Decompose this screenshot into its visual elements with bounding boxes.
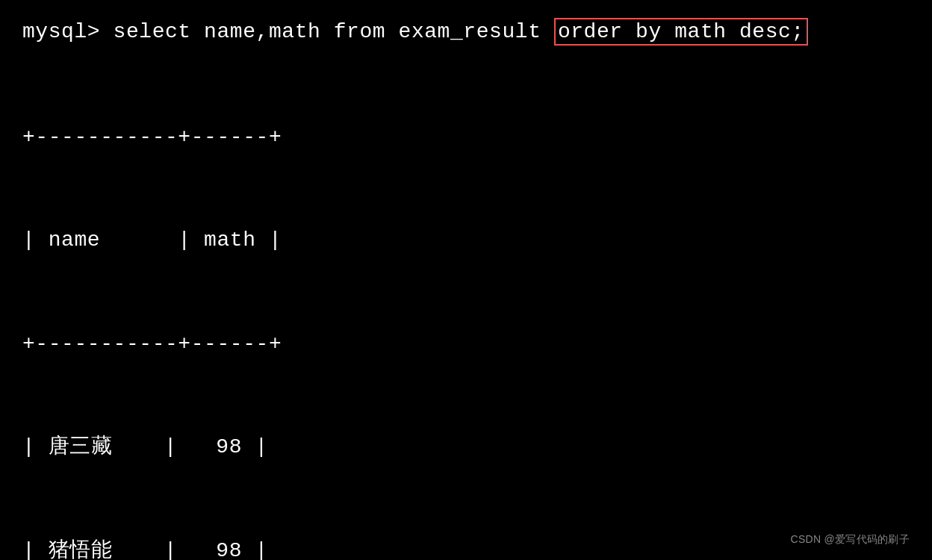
- sql-before: select name,math from exam_result: [114, 20, 554, 43]
- sql-highlighted: order by math desc;: [554, 18, 808, 46]
- watermark: CSDN @爱写代码的刷子: [791, 533, 910, 547]
- table-header: | name | math |: [22, 223, 910, 258]
- prompt: mysql>: [22, 20, 114, 43]
- table-separator-mid: +-----------+------+: [22, 327, 910, 361]
- table-row: | 唐三藏 | 98 |: [22, 430, 910, 464]
- command-line: mysql> select name,math from exam_result…: [22, 15, 910, 49]
- table-row: | 猪悟能 | 98 |: [22, 534, 910, 560]
- table-output: +-----------+------+ | name | math | +--…: [22, 51, 910, 560]
- terminal: mysql> select name,math from exam_result…: [0, 0, 932, 560]
- table-separator-top: +-----------+------+: [22, 120, 910, 155]
